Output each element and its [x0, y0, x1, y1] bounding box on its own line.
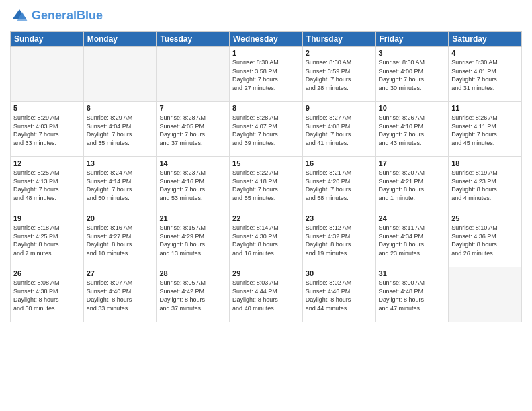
day-info: Sunrise: 8:11 AM Sunset: 4:34 PM Dayligh…: [379, 224, 446, 257]
day-info: Sunrise: 8:30 AM Sunset: 3:58 PM Dayligh…: [232, 58, 300, 92]
day-cell-23: 23Sunrise: 8:12 AM Sunset: 4:32 PM Dayli…: [302, 212, 375, 267]
day-info: Sunrise: 8:21 AM Sunset: 4:20 PM Dayligh…: [306, 169, 373, 202]
day-number: 19: [13, 214, 81, 222]
day-cell-12: 12Sunrise: 8:25 AM Sunset: 4:13 PM Dayli…: [11, 157, 84, 212]
day-number: 16: [306, 159, 373, 167]
day-number: 24: [379, 214, 446, 222]
day-cell-1: 1Sunrise: 8:30 AM Sunset: 3:58 PM Daylig…: [230, 47, 303, 102]
empty-cell: [11, 47, 84, 102]
day-info: Sunrise: 8:03 AM Sunset: 4:44 PM Dayligh…: [232, 279, 300, 312]
day-cell-27: 27Sunrise: 8:07 AM Sunset: 4:40 PM Dayli…: [83, 267, 157, 322]
day-header-monday: Monday: [83, 32, 157, 47]
day-number: 28: [159, 269, 226, 277]
week-row-4: 19Sunrise: 8:18 AM Sunset: 4:25 PM Dayli…: [11, 212, 522, 267]
day-number: 9: [306, 104, 373, 112]
day-info: Sunrise: 8:30 AM Sunset: 3:59 PM Dayligh…: [306, 58, 373, 92]
day-cell-4: 4Sunrise: 8:30 AM Sunset: 4:01 PM Daylig…: [449, 47, 522, 102]
day-cell-31: 31Sunrise: 8:00 AM Sunset: 4:48 PM Dayli…: [375, 267, 449, 322]
day-number: 21: [159, 214, 226, 222]
day-info: Sunrise: 8:23 AM Sunset: 4:16 PM Dayligh…: [159, 169, 226, 202]
day-number: 20: [87, 214, 154, 222]
day-cell-29: 29Sunrise: 8:03 AM Sunset: 4:44 PM Dayli…: [230, 267, 303, 322]
day-info: Sunrise: 8:12 AM Sunset: 4:32 PM Dayligh…: [306, 224, 373, 257]
logo-text-line1: GeneralBlue: [32, 9, 103, 23]
day-number: 10: [379, 104, 446, 112]
day-cell-17: 17Sunrise: 8:20 AM Sunset: 4:21 PM Dayli…: [375, 157, 449, 212]
day-info: Sunrise: 8:15 AM Sunset: 4:29 PM Dayligh…: [159, 224, 226, 257]
day-number: 29: [232, 269, 300, 277]
day-cell-21: 21Sunrise: 8:15 AM Sunset: 4:29 PM Dayli…: [157, 212, 230, 267]
day-number: 12: [13, 159, 81, 167]
day-header-sunday: Sunday: [11, 32, 84, 47]
day-number: 14: [159, 159, 226, 167]
day-info: Sunrise: 8:30 AM Sunset: 4:01 PM Dayligh…: [451, 58, 519, 92]
day-cell-22: 22Sunrise: 8:14 AM Sunset: 4:30 PM Dayli…: [230, 212, 303, 267]
day-number: 5: [13, 104, 81, 112]
empty-cell: [83, 47, 157, 102]
day-cell-16: 16Sunrise: 8:21 AM Sunset: 4:20 PM Dayli…: [302, 157, 375, 212]
empty-cell: [449, 267, 522, 322]
day-header-tuesday: Tuesday: [157, 32, 230, 47]
day-number: 2: [306, 49, 373, 57]
day-cell-6: 6Sunrise: 8:29 AM Sunset: 4:04 PM Daylig…: [83, 102, 157, 157]
day-header-wednesday: Wednesday: [230, 32, 303, 47]
day-info: Sunrise: 8:24 AM Sunset: 4:14 PM Dayligh…: [87, 169, 154, 202]
day-number: 11: [451, 104, 519, 112]
day-info: Sunrise: 8:00 AM Sunset: 4:48 PM Dayligh…: [379, 279, 446, 312]
day-number: 3: [379, 49, 446, 57]
day-info: Sunrise: 8:10 AM Sunset: 4:36 PM Dayligh…: [451, 224, 519, 257]
day-info: Sunrise: 8:27 AM Sunset: 4:08 PM Dayligh…: [306, 113, 373, 147]
day-info: Sunrise: 8:29 AM Sunset: 4:03 PM Dayligh…: [13, 113, 81, 147]
day-number: 4: [451, 49, 519, 57]
logo-icon: [10, 7, 29, 26]
day-cell-8: 8Sunrise: 8:28 AM Sunset: 4:07 PM Daylig…: [230, 102, 303, 157]
day-info: Sunrise: 8:19 AM Sunset: 4:23 PM Dayligh…: [451, 169, 519, 202]
week-row-5: 26Sunrise: 8:08 AM Sunset: 4:38 PM Dayli…: [11, 267, 522, 322]
day-number: 7: [159, 104, 226, 112]
day-number: 30: [306, 269, 373, 277]
day-info: Sunrise: 8:05 AM Sunset: 4:42 PM Dayligh…: [159, 279, 226, 312]
day-number: 6: [87, 104, 154, 112]
day-info: Sunrise: 8:16 AM Sunset: 4:27 PM Dayligh…: [87, 224, 154, 257]
day-info: Sunrise: 8:28 AM Sunset: 4:07 PM Dayligh…: [232, 113, 300, 147]
day-header-friday: Friday: [375, 32, 449, 47]
day-number: 22: [232, 214, 300, 222]
day-number: 13: [87, 159, 154, 167]
day-info: Sunrise: 8:22 AM Sunset: 4:18 PM Dayligh…: [232, 169, 300, 202]
week-row-3: 12Sunrise: 8:25 AM Sunset: 4:13 PM Dayli…: [11, 157, 522, 212]
day-cell-24: 24Sunrise: 8:11 AM Sunset: 4:34 PM Dayli…: [375, 212, 449, 267]
day-cell-9: 9Sunrise: 8:27 AM Sunset: 4:08 PM Daylig…: [302, 102, 375, 157]
calendar-header-row: SundayMondayTuesdayWednesdayThursdayFrid…: [11, 32, 522, 47]
page-header: GeneralBlue: [10, 7, 522, 26]
day-cell-15: 15Sunrise: 8:22 AM Sunset: 4:18 PM Dayli…: [230, 157, 303, 212]
day-number: 23: [306, 214, 373, 222]
day-cell-25: 25Sunrise: 8:10 AM Sunset: 4:36 PM Dayli…: [449, 212, 522, 267]
day-info: Sunrise: 8:18 AM Sunset: 4:25 PM Dayligh…: [13, 224, 81, 257]
day-cell-18: 18Sunrise: 8:19 AM Sunset: 4:23 PM Dayli…: [449, 157, 522, 212]
day-number: 15: [232, 159, 300, 167]
day-header-thursday: Thursday: [302, 32, 375, 47]
day-cell-14: 14Sunrise: 8:23 AM Sunset: 4:16 PM Dayli…: [157, 157, 230, 212]
day-info: Sunrise: 8:08 AM Sunset: 4:38 PM Dayligh…: [13, 279, 81, 312]
day-cell-19: 19Sunrise: 8:18 AM Sunset: 4:25 PM Dayli…: [11, 212, 84, 267]
day-cell-10: 10Sunrise: 8:26 AM Sunset: 4:10 PM Dayli…: [375, 102, 449, 157]
day-info: Sunrise: 8:28 AM Sunset: 4:05 PM Dayligh…: [159, 113, 226, 147]
day-number: 26: [13, 269, 81, 277]
day-cell-26: 26Sunrise: 8:08 AM Sunset: 4:38 PM Dayli…: [11, 267, 84, 322]
day-info: Sunrise: 8:25 AM Sunset: 4:13 PM Dayligh…: [13, 169, 81, 202]
day-number: 8: [232, 104, 300, 112]
day-cell-3: 3Sunrise: 8:30 AM Sunset: 4:00 PM Daylig…: [375, 47, 449, 102]
week-row-2: 5Sunrise: 8:29 AM Sunset: 4:03 PM Daylig…: [11, 102, 522, 157]
day-cell-13: 13Sunrise: 8:24 AM Sunset: 4:14 PM Dayli…: [83, 157, 157, 212]
day-cell-30: 30Sunrise: 8:02 AM Sunset: 4:46 PM Dayli…: [302, 267, 375, 322]
day-cell-28: 28Sunrise: 8:05 AM Sunset: 4:42 PM Dayli…: [157, 267, 230, 322]
week-row-1: 1Sunrise: 8:30 AM Sunset: 3:58 PM Daylig…: [11, 47, 522, 102]
day-number: 1: [232, 49, 300, 57]
calendar-table: SundayMondayTuesdayWednesdayThursdayFrid…: [10, 31, 522, 322]
day-cell-20: 20Sunrise: 8:16 AM Sunset: 4:27 PM Dayli…: [83, 212, 157, 267]
day-info: Sunrise: 8:26 AM Sunset: 4:11 PM Dayligh…: [451, 113, 519, 147]
day-header-saturday: Saturday: [449, 32, 522, 47]
day-info: Sunrise: 8:07 AM Sunset: 4:40 PM Dayligh…: [87, 279, 154, 312]
day-info: Sunrise: 8:29 AM Sunset: 4:04 PM Dayligh…: [87, 113, 154, 147]
day-number: 18: [451, 159, 519, 167]
